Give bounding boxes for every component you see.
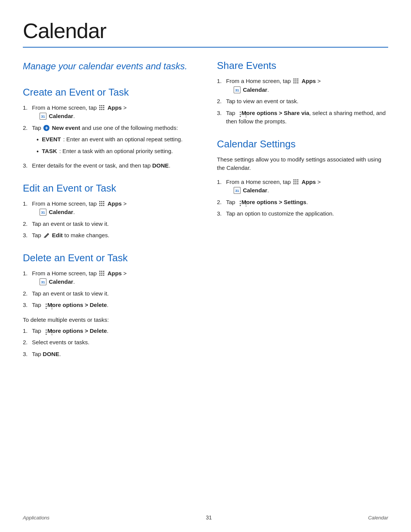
delete-multiple-steps: 1. Tap ⋮ More options > Delete. 2. Selec…: [23, 327, 194, 359]
apps-icon: [99, 270, 105, 276]
more-options-delete-label: More options > Delete: [48, 302, 107, 308]
share-step-3: 3. Tap ⋮ More options > Share via, selec…: [217, 109, 388, 126]
edit-step-2: 2. Tap an event or task to view it.: [23, 220, 194, 228]
delete-steps: 1. From a Home screen, tap: [23, 269, 194, 310]
step-num: 2.: [217, 97, 224, 106]
svg-rect-39: [293, 181, 295, 182]
apps-icon: [293, 179, 299, 185]
svg-rect-6: [99, 109, 100, 110]
svg-rect-29: [297, 78, 298, 80]
settings-step-1: 1. From a Home screen, tap: [217, 178, 388, 195]
footer-page-number: 31: [206, 514, 212, 521]
more-options-icon: ⋮: [237, 110, 239, 116]
step-num: 3.: [23, 231, 30, 240]
step-num: 1.: [23, 327, 30, 335]
step-num: 1.: [23, 269, 30, 286]
svg-rect-18: [99, 271, 100, 272]
step-content: Tap an event or task to view it.: [32, 220, 194, 228]
create-section: Create an Event or Task 1. From a Home s…: [23, 86, 194, 170]
svg-rect-40: [295, 181, 296, 182]
settings-heading: Calendar Settings: [217, 138, 388, 150]
share-step-2: 2. Tap to view an event or task.: [217, 97, 388, 106]
delete-multi-step-1: 1. Tap ⋮ More options > Delete.: [23, 327, 194, 335]
svg-rect-37: [295, 179, 296, 181]
create-steps: 1. From a Home screen, tap: [23, 104, 194, 170]
svg-rect-43: [295, 183, 296, 184]
step-content: Tap ⋮ More options > Delete.: [32, 301, 194, 310]
step-content: Enter details for the event or task, and…: [32, 161, 194, 170]
svg-rect-31: [295, 80, 296, 81]
edit-steps: 1. From a Home screen, tap: [23, 200, 194, 240]
svg-rect-4: [101, 107, 102, 108]
delete-multi-step-3: 3. Tap DONE.: [23, 350, 194, 359]
bullet-event: EVENT: Enter an event with an optional r…: [37, 135, 194, 144]
svg-rect-30: [293, 80, 295, 81]
svg-rect-0: [99, 105, 100, 106]
step-content: Tap ⋮ More options > Settings.: [226, 198, 388, 207]
svg-rect-12: [99, 203, 100, 204]
footer-right: Calendar: [368, 515, 388, 521]
svg-rect-28: [295, 78, 296, 80]
svg-rect-21: [99, 273, 100, 274]
bullet-task: TASK: Enter a task with an optional prio…: [37, 147, 194, 156]
svg-rect-27: [293, 78, 295, 80]
create-step-3: 3. Enter details for the event or task, …: [23, 161, 194, 170]
step-content: Tap an event or task to view it.: [32, 289, 194, 298]
calendar-icon: 31: [234, 86, 241, 93]
edit-step-3: 3. Tap Edit to make changes.: [23, 231, 194, 240]
step-num: 2.: [23, 124, 30, 159]
subtitle: Manage your calendar events and tasks.: [23, 60, 194, 73]
svg-rect-16: [101, 205, 102, 206]
footer: Applications 31 Calendar: [23, 514, 388, 521]
svg-rect-41: [297, 181, 298, 182]
delete-step-1: 1. From a Home screen, tap: [23, 269, 194, 286]
calendar-label: Calendar: [49, 278, 73, 285]
step-content: From a Home screen, tap: [32, 269, 194, 286]
edit-section: Edit an Event or Task 1. From a Home scr…: [23, 182, 194, 240]
svg-rect-11: [103, 201, 104, 202]
step-num: 1.: [23, 104, 30, 121]
page-title: Calendar: [23, 18, 388, 43]
share-heading: Share Events: [217, 60, 388, 72]
svg-rect-2: [103, 105, 104, 106]
apps-icon: [99, 201, 105, 207]
svg-rect-25: [101, 275, 102, 276]
share-steps: 1. From a Home screen, tap: [217, 77, 388, 126]
svg-rect-36: [293, 179, 295, 181]
delete-step-3: 3. Tap ⋮ More options > Delete.: [23, 301, 194, 310]
svg-rect-13: [101, 203, 102, 204]
share-section: Share Events 1. From a Home screen, tap: [217, 60, 388, 126]
step-content: From a Home screen, tap: [226, 178, 388, 195]
settings-steps: 1. From a Home screen, tap: [217, 178, 388, 218]
step-content: Tap to view an event or task.: [226, 97, 388, 106]
svg-rect-1: [101, 105, 102, 106]
step-num: 2.: [23, 220, 30, 228]
more-options-icon: ⋮: [43, 328, 45, 334]
step-content: Tap ⋮ More options > Share via, select a…: [226, 109, 388, 126]
more-options-delete-label: More options > Delete: [48, 328, 107, 334]
apps-label: Apps: [107, 104, 122, 111]
svg-rect-23: [103, 273, 104, 274]
plus-icon: +: [43, 125, 49, 131]
calendar-label: Calendar: [243, 86, 267, 93]
new-event-label: New event: [52, 125, 80, 131]
footer-left: Applications: [23, 515, 49, 521]
svg-rect-17: [103, 205, 104, 206]
apps-icon: [293, 78, 299, 84]
title-divider: [23, 47, 388, 48]
create-step-2: 2. Tap + New event and use one of the fo…: [23, 124, 194, 159]
settings-label: More options > Settings: [242, 199, 306, 205]
svg-rect-34: [295, 82, 296, 83]
edit-label: Edit: [52, 232, 63, 238]
step-num: 2.: [23, 289, 30, 298]
apps-icon: [99, 105, 105, 111]
svg-rect-3: [99, 107, 100, 108]
step-num: 1.: [217, 77, 224, 94]
svg-rect-10: [101, 201, 102, 202]
svg-rect-14: [103, 203, 104, 204]
svg-rect-22: [101, 273, 102, 274]
apps-label: Apps: [107, 270, 122, 276]
apps-label: Apps: [107, 200, 122, 207]
create-heading: Create an Event or Task: [23, 86, 194, 98]
calendar-icon: 31: [234, 187, 241, 194]
